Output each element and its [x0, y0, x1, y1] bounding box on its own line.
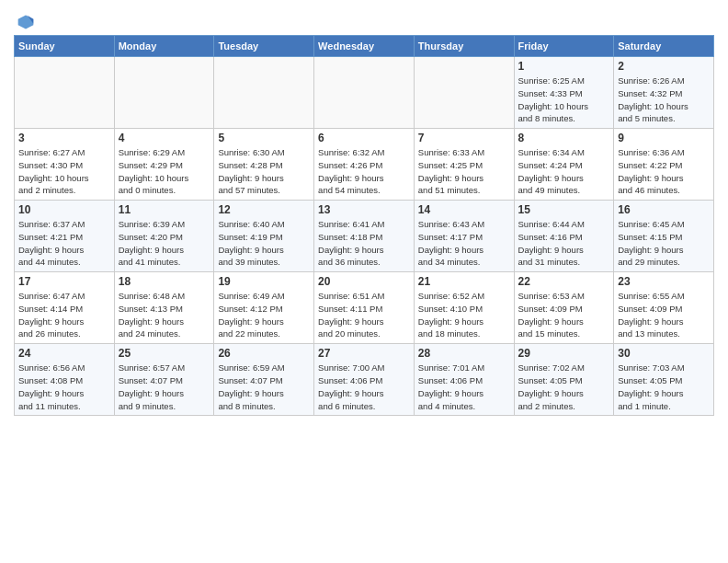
day-info: Sunrise: 6:44 AMSunset: 4:16 PMDaylight:… — [518, 218, 610, 269]
day-number: 6 — [318, 132, 410, 144]
calendar-cell: 13Sunrise: 6:41 AMSunset: 4:18 PMDayligh… — [314, 201, 415, 272]
calendar-cell: 19Sunrise: 6:49 AMSunset: 4:12 PMDayligh… — [214, 272, 314, 344]
calendar-cell: 11Sunrise: 6:39 AMSunset: 4:20 PMDayligh… — [114, 201, 214, 272]
day-info: Sunrise: 6:49 AMSunset: 4:12 PMDaylight:… — [218, 290, 310, 340]
day-info: Sunrise: 6:56 AMSunset: 4:08 PMDaylight:… — [18, 362, 110, 412]
day-info: Sunrise: 6:59 AMSunset: 4:07 PMDaylight:… — [218, 362, 310, 412]
calendar-cell: 17Sunrise: 6:47 AMSunset: 4:14 PMDayligh… — [15, 272, 115, 344]
calendar-cell: 10Sunrise: 6:37 AMSunset: 4:21 PMDayligh… — [15, 201, 115, 272]
calendar-cell: 27Sunrise: 7:00 AMSunset: 4:06 PMDayligh… — [314, 344, 415, 416]
calendar-cell: 8Sunrise: 6:34 AMSunset: 4:24 PMDaylight… — [514, 129, 614, 201]
day-info: Sunrise: 6:34 AMSunset: 4:24 PMDaylight:… — [518, 146, 610, 197]
day-info: Sunrise: 7:03 AMSunset: 4:05 PMDaylight:… — [618, 362, 710, 412]
day-info: Sunrise: 7:02 AMSunset: 4:05 PMDaylight:… — [518, 362, 610, 412]
day-info: Sunrise: 6:51 AMSunset: 4:11 PMDaylight:… — [318, 290, 410, 340]
day-info: Sunrise: 6:47 AMSunset: 4:14 PMDaylight:… — [18, 290, 110, 340]
calendar-cell: 14Sunrise: 6:43 AMSunset: 4:17 PMDayligh… — [414, 201, 514, 272]
day-number: 14 — [418, 203, 510, 216]
weekday-header-tuesday: Tuesday — [214, 36, 314, 57]
day-number: 22 — [518, 275, 610, 288]
calendar-cell: 15Sunrise: 6:44 AMSunset: 4:16 PMDayligh… — [514, 201, 614, 272]
calendar-cell: 28Sunrise: 7:01 AMSunset: 4:06 PMDayligh… — [414, 344, 514, 416]
day-number: 1 — [518, 60, 610, 73]
calendar-cell: 16Sunrise: 6:45 AMSunset: 4:15 PMDayligh… — [614, 201, 714, 272]
calendar-cell: 20Sunrise: 6:51 AMSunset: 4:11 PMDayligh… — [314, 272, 415, 344]
day-number: 15 — [518, 203, 610, 216]
calendar-cell: 12Sunrise: 6:40 AMSunset: 4:19 PMDayligh… — [214, 201, 314, 272]
weekday-header-saturday: Saturday — [614, 36, 714, 57]
day-number: 8 — [518, 132, 610, 144]
day-info: Sunrise: 6:36 AMSunset: 4:22 PMDaylight:… — [618, 146, 710, 197]
day-number: 28 — [418, 347, 510, 360]
day-info: Sunrise: 6:55 AMSunset: 4:09 PMDaylight:… — [618, 290, 710, 340]
calendar-cell — [114, 57, 214, 129]
weekday-header-sunday: Sunday — [15, 36, 115, 57]
svg-marker-0 — [18, 16, 34, 29]
weekday-header-thursday: Thursday — [414, 36, 514, 57]
calendar-cell: 6Sunrise: 6:32 AMSunset: 4:26 PMDaylight… — [314, 129, 415, 201]
day-number: 11 — [119, 203, 210, 216]
day-number: 29 — [518, 347, 610, 360]
day-info: Sunrise: 6:43 AMSunset: 4:17 PMDaylight:… — [418, 218, 510, 269]
calendar-cell — [314, 57, 415, 129]
day-info: Sunrise: 6:57 AMSunset: 4:07 PMDaylight:… — [119, 362, 210, 412]
calendar-week-4: 17Sunrise: 6:47 AMSunset: 4:14 PMDayligh… — [15, 272, 714, 344]
calendar-cell — [15, 57, 115, 129]
header — [14, 9, 714, 31]
calendar-cell — [414, 57, 514, 129]
weekday-header-friday: Friday — [514, 36, 614, 57]
calendar-week-1: 1Sunrise: 6:25 AMSunset: 4:33 PMDaylight… — [15, 57, 714, 129]
day-info: Sunrise: 6:39 AMSunset: 4:20 PMDaylight:… — [119, 218, 210, 269]
day-number: 2 — [618, 60, 710, 73]
day-number: 16 — [618, 203, 710, 216]
calendar-cell: 25Sunrise: 6:57 AMSunset: 4:07 PMDayligh… — [114, 344, 214, 416]
logo — [14, 13, 35, 31]
calendar-week-3: 10Sunrise: 6:37 AMSunset: 4:21 PMDayligh… — [15, 201, 714, 272]
day-number: 4 — [119, 132, 210, 144]
day-number: 21 — [418, 275, 510, 288]
day-info: Sunrise: 6:45 AMSunset: 4:15 PMDaylight:… — [618, 218, 710, 269]
calendar-cell: 1Sunrise: 6:25 AMSunset: 4:33 PMDaylight… — [514, 57, 614, 129]
calendar-header-row: SundayMondayTuesdayWednesdayThursdayFrid… — [15, 36, 714, 57]
day-number: 17 — [18, 275, 110, 288]
day-info: Sunrise: 6:32 AMSunset: 4:26 PMDaylight:… — [318, 146, 410, 197]
day-number: 7 — [418, 132, 510, 144]
calendar-cell: 3Sunrise: 6:27 AMSunset: 4:30 PMDaylight… — [15, 129, 115, 201]
day-number: 18 — [119, 275, 210, 288]
weekday-header-wednesday: Wednesday — [314, 36, 415, 57]
calendar-cell: 18Sunrise: 6:48 AMSunset: 4:13 PMDayligh… — [114, 272, 214, 344]
calendar-cell: 26Sunrise: 6:59 AMSunset: 4:07 PMDayligh… — [214, 344, 314, 416]
day-number: 13 — [318, 203, 410, 216]
day-info: Sunrise: 6:33 AMSunset: 4:25 PMDaylight:… — [418, 146, 510, 197]
calendar-cell: 9Sunrise: 6:36 AMSunset: 4:22 PMDaylight… — [614, 129, 714, 201]
day-info: Sunrise: 6:30 AMSunset: 4:28 PMDaylight:… — [218, 146, 310, 197]
day-info: Sunrise: 6:40 AMSunset: 4:19 PMDaylight:… — [218, 218, 310, 269]
day-number: 20 — [318, 275, 410, 288]
day-info: Sunrise: 6:29 AMSunset: 4:29 PMDaylight:… — [119, 146, 210, 197]
day-number: 30 — [618, 347, 710, 360]
day-number: 27 — [318, 347, 410, 360]
calendar-table: SundayMondayTuesdayWednesdayThursdayFrid… — [14, 35, 714, 416]
calendar-cell: 21Sunrise: 6:52 AMSunset: 4:10 PMDayligh… — [414, 272, 514, 344]
calendar-cell: 2Sunrise: 6:26 AMSunset: 4:32 PMDaylight… — [614, 57, 714, 129]
calendar-cell: 29Sunrise: 7:02 AMSunset: 4:05 PMDayligh… — [514, 344, 614, 416]
calendar-cell: 7Sunrise: 6:33 AMSunset: 4:25 PMDaylight… — [414, 129, 514, 201]
day-number: 24 — [18, 347, 110, 360]
day-number: 26 — [218, 347, 310, 360]
day-number: 3 — [18, 132, 110, 144]
calendar-cell: 30Sunrise: 7:03 AMSunset: 4:05 PMDayligh… — [614, 344, 714, 416]
day-info: Sunrise: 6:52 AMSunset: 4:10 PMDaylight:… — [418, 290, 510, 340]
day-number: 25 — [119, 347, 210, 360]
calendar-cell: 5Sunrise: 6:30 AMSunset: 4:28 PMDaylight… — [214, 129, 314, 201]
weekday-header-monday: Monday — [114, 36, 214, 57]
day-number: 19 — [218, 275, 310, 288]
calendar-week-5: 24Sunrise: 6:56 AMSunset: 4:08 PMDayligh… — [15, 344, 714, 416]
day-info: Sunrise: 6:26 AMSunset: 4:32 PMDaylight:… — [618, 75, 710, 125]
day-info: Sunrise: 6:41 AMSunset: 4:18 PMDaylight:… — [318, 218, 410, 269]
calendar-cell: 24Sunrise: 6:56 AMSunset: 4:08 PMDayligh… — [15, 344, 115, 416]
day-info: Sunrise: 7:01 AMSunset: 4:06 PMDaylight:… — [418, 362, 510, 412]
day-number: 5 — [218, 132, 310, 144]
day-info: Sunrise: 6:53 AMSunset: 4:09 PMDaylight:… — [518, 290, 610, 340]
day-number: 23 — [618, 275, 710, 288]
calendar-cell — [214, 57, 314, 129]
